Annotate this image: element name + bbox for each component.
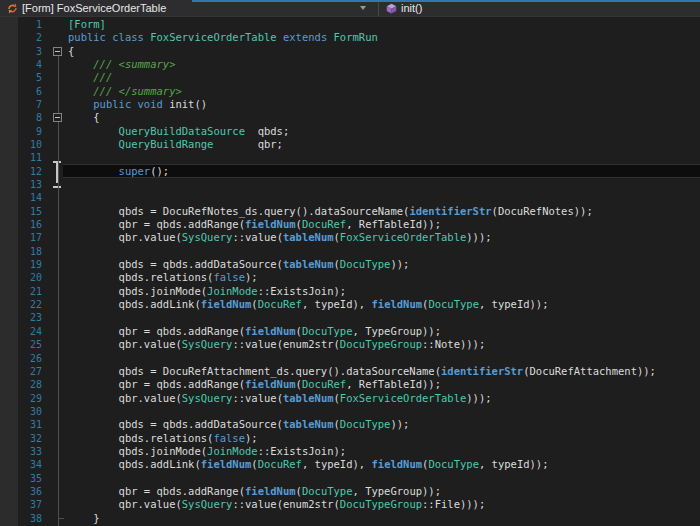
- code-line[interactable]: 35: [0, 472, 700, 486]
- line-number[interactable]: 16: [18, 218, 42, 231]
- code-line[interactable]: 17 qbr.value(SysQuery::value(tableNum(Fo…: [0, 231, 700, 245]
- code-line[interactable]: 32 qbds.relations(false);: [0, 432, 700, 446]
- code-line[interactable]: 27 qbds = DocuRefAttachment_ds.query().d…: [0, 365, 700, 379]
- code-line-text[interactable]: qbds = DocuRefAttachment_ds.query().data…: [68, 365, 656, 378]
- member-dropdown[interactable]: init(): [379, 0, 700, 16]
- code-line-text[interactable]: qbr = qbds.addRange(fieldNum(DocuRef, Re…: [68, 218, 441, 231]
- code-line-text[interactable]: qbds.addLink(fieldNum(DocuRef, typeId), …: [68, 298, 549, 311]
- line-number[interactable]: 10: [18, 138, 42, 151]
- line-number[interactable]: 18: [18, 245, 42, 258]
- code-line-text[interactable]: qbr.value(SysQuery::value(tableNum(FoxSe…: [68, 392, 492, 405]
- line-number[interactable]: 28: [18, 378, 42, 391]
- line-number[interactable]: 25: [18, 338, 42, 351]
- code-line[interactable]: 16 qbr = qbds.addRange(fieldNum(DocuRef,…: [0, 218, 700, 232]
- line-number[interactable]: 22: [18, 298, 42, 311]
- line-number[interactable]: 35: [18, 472, 42, 485]
- code-line[interactable]: 9 QueryBuildDataSource qbds;: [0, 125, 700, 139]
- code-line-text[interactable]: QueryBuildRange qbr;: [68, 138, 283, 151]
- code-line[interactable]: 4 /// <summary>: [0, 58, 700, 72]
- code-line[interactable]: 33 qbds.joinMode(JoinMode::ExistsJoin);: [0, 445, 700, 459]
- code-line-text[interactable]: qbds.relations(false);: [68, 271, 258, 284]
- code-line[interactable]: 34 qbds.addLink(fieldNum(DocuRef, typeId…: [0, 458, 700, 472]
- code-line[interactable]: 21 qbds.joinMode(JoinMode::ExistsJoin);: [0, 285, 700, 299]
- line-number[interactable]: 31: [18, 418, 42, 431]
- code-line[interactable]: 30: [0, 405, 700, 419]
- code-line[interactable]: 36 qbr = qbds.addRange(fieldNum(DocuType…: [0, 485, 700, 499]
- code-line-text[interactable]: public class FoxServiceOrderTable extend…: [68, 31, 378, 44]
- code-line[interactable]: 14: [0, 191, 700, 205]
- code-line[interactable]: 28 qbr = qbds.addRange(fieldNum(DocuRef,…: [0, 378, 700, 392]
- code-line-text[interactable]: super();: [68, 165, 169, 178]
- code-line-text[interactable]: qbr.value(SysQuery::value(enum2str(DocuT…: [68, 338, 485, 351]
- code-line[interactable]: 22 qbds.addLink(fieldNum(DocuRef, typeId…: [0, 298, 700, 312]
- code-line-text[interactable]: qbr.value(SysQuery::value(enum2str(DocuT…: [68, 498, 485, 511]
- fold-collapse-box[interactable]: [53, 47, 62, 56]
- line-number[interactable]: 14: [18, 191, 42, 204]
- code-line[interactable]: 38 }: [0, 512, 700, 526]
- line-number[interactable]: 12: [18, 165, 42, 178]
- line-number[interactable]: 6: [18, 85, 42, 98]
- code-area[interactable]: 1[Form]2public class FoxServiceOrderTabl…: [0, 17, 700, 526]
- code-line[interactable]: 7 public void init(): [0, 98, 700, 112]
- type-dropdown[interactable]: [Form] FoxServiceOrderTable: [0, 0, 378, 16]
- code-line[interactable]: 5 ///: [0, 71, 700, 85]
- line-number[interactable]: 1: [18, 18, 42, 31]
- line-number[interactable]: 3: [18, 45, 42, 58]
- line-number[interactable]: 20: [18, 271, 42, 284]
- code-line-text[interactable]: QueryBuildDataSource qbds;: [68, 125, 289, 138]
- line-number[interactable]: 5: [18, 71, 42, 84]
- code-line-text[interactable]: qbds.addLink(fieldNum(DocuRef, typeId), …: [68, 458, 549, 471]
- code-line[interactable]: 3{: [0, 45, 700, 59]
- line-number[interactable]: 19: [18, 258, 42, 271]
- line-number[interactable]: 34: [18, 458, 42, 471]
- code-line[interactable]: 10 QueryBuildRange qbr;: [0, 138, 700, 152]
- line-number[interactable]: 33: [18, 445, 42, 458]
- code-line[interactable]: 13: [0, 178, 700, 192]
- code-line[interactable]: 6 /// </summary>: [0, 85, 700, 99]
- code-line[interactable]: 8 {: [0, 111, 700, 125]
- line-number[interactable]: 2: [18, 31, 42, 44]
- code-line-text[interactable]: {: [68, 45, 74, 58]
- line-number[interactable]: 27: [18, 365, 42, 378]
- line-number[interactable]: 8: [18, 111, 42, 124]
- code-line-text[interactable]: qbds.joinMode(JoinMode::ExistsJoin);: [68, 445, 346, 458]
- code-line-text[interactable]: public void init(): [68, 98, 207, 111]
- chevron-down-icon[interactable]: [360, 6, 366, 10]
- code-line-text[interactable]: /// <summary>: [68, 58, 175, 71]
- line-number[interactable]: 17: [18, 231, 42, 244]
- code-line[interactable]: 20 qbds.relations(false);: [0, 271, 700, 285]
- code-line-text[interactable]: qbr = qbds.addRange(fieldNum(DocuRef, Re…: [68, 378, 441, 391]
- line-number[interactable]: 29: [18, 392, 42, 405]
- code-line[interactable]: 37 qbr.value(SysQuery::value(enum2str(Do…: [0, 498, 700, 512]
- line-number[interactable]: 21: [18, 285, 42, 298]
- code-line-text[interactable]: qbds.joinMode(JoinMode::ExistsJoin);: [68, 285, 346, 298]
- line-number[interactable]: 13: [18, 178, 42, 191]
- line-number[interactable]: 7: [18, 98, 42, 111]
- line-number[interactable]: 38: [18, 512, 42, 525]
- code-line-text[interactable]: {: [68, 111, 100, 124]
- code-line[interactable]: 15 qbds = DocuRefNotes_ds.query().dataSo…: [0, 205, 700, 219]
- code-line-text[interactable]: qbds = qbds.addDataSource(tableNum(DocuT…: [68, 258, 409, 271]
- code-line[interactable]: 18: [0, 245, 700, 259]
- line-number[interactable]: 24: [18, 325, 42, 338]
- code-line-text[interactable]: qbds = qbds.addDataSource(tableNum(DocuT…: [68, 418, 409, 431]
- code-line-text[interactable]: ///: [68, 71, 112, 84]
- code-line[interactable]: 24 qbr = qbds.addRange(fieldNum(DocuType…: [0, 325, 700, 339]
- code-line[interactable]: 19 qbds = qbds.addDataSource(tableNum(Do…: [0, 258, 700, 272]
- line-number[interactable]: 26: [18, 352, 42, 365]
- line-number[interactable]: 37: [18, 498, 42, 511]
- line-number[interactable]: 36: [18, 485, 42, 498]
- line-number[interactable]: 9: [18, 125, 42, 138]
- code-line-text[interactable]: [Form]: [68, 18, 106, 31]
- line-number[interactable]: 30: [18, 405, 42, 418]
- code-line-text[interactable]: qbds.relations(false);: [68, 432, 258, 445]
- code-line-text[interactable]: qbds = DocuRefNotes_ds.query().dataSourc…: [68, 205, 593, 218]
- line-number[interactable]: 32: [18, 432, 42, 445]
- code-line-text[interactable]: /// </summary>: [68, 85, 182, 98]
- code-line[interactable]: 1[Form]: [0, 18, 700, 32]
- code-line-text[interactable]: }: [68, 512, 100, 525]
- code-line[interactable]: 31 qbds = qbds.addDataSource(tableNum(Do…: [0, 418, 700, 432]
- line-number[interactable]: 15: [18, 205, 42, 218]
- code-line[interactable]: 26: [0, 352, 700, 366]
- code-line[interactable]: 2public class FoxServiceOrderTable exten…: [0, 31, 700, 45]
